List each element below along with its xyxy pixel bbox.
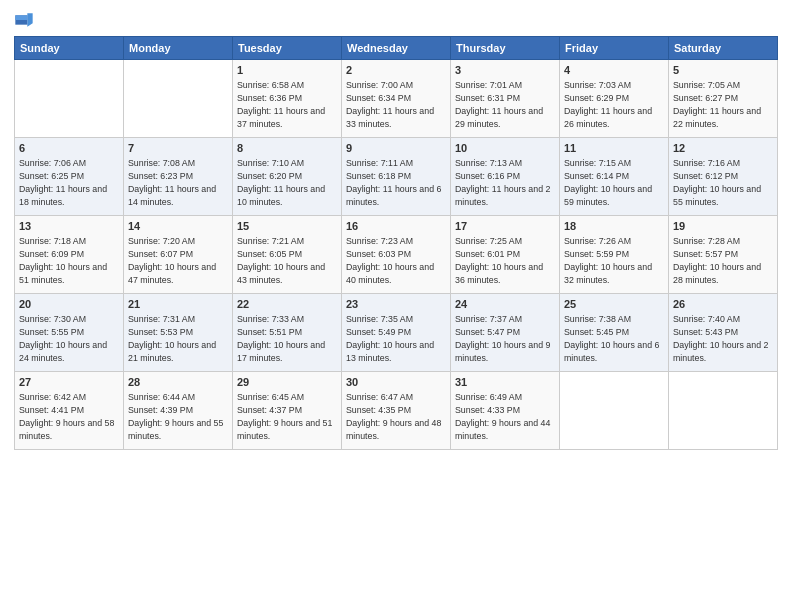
header [14,10,778,30]
day-info: Sunrise: 7:33 AM Sunset: 5:51 PM Dayligh… [237,313,337,364]
day-number: 3 [455,63,555,78]
day-info: Sunrise: 7:11 AM Sunset: 6:18 PM Dayligh… [346,157,446,208]
day-number: 22 [237,297,337,312]
day-number: 13 [19,219,119,234]
day-number: 2 [346,63,446,78]
day-number: 21 [128,297,228,312]
calendar-cell: 21Sunrise: 7:31 AM Sunset: 5:53 PM Dayli… [124,294,233,372]
calendar-table: SundayMondayTuesdayWednesdayThursdayFrid… [14,36,778,450]
logo [14,10,36,30]
calendar-cell: 10Sunrise: 7:13 AM Sunset: 6:16 PM Dayli… [451,138,560,216]
day-info: Sunrise: 7:35 AM Sunset: 5:49 PM Dayligh… [346,313,446,364]
day-number: 6 [19,141,119,156]
calendar-cell: 27Sunrise: 6:42 AM Sunset: 4:41 PM Dayli… [15,372,124,450]
day-number: 29 [237,375,337,390]
page: SundayMondayTuesdayWednesdayThursdayFrid… [0,0,792,612]
day-header-thursday: Thursday [451,37,560,60]
day-info: Sunrise: 7:37 AM Sunset: 5:47 PM Dayligh… [455,313,555,364]
day-header-wednesday: Wednesday [342,37,451,60]
day-number: 30 [346,375,446,390]
calendar-cell: 15Sunrise: 7:21 AM Sunset: 6:05 PM Dayli… [233,216,342,294]
calendar-cell: 14Sunrise: 7:20 AM Sunset: 6:07 PM Dayli… [124,216,233,294]
day-info: Sunrise: 7:26 AM Sunset: 5:59 PM Dayligh… [564,235,664,286]
day-info: Sunrise: 7:01 AM Sunset: 6:31 PM Dayligh… [455,79,555,130]
calendar-cell: 29Sunrise: 6:45 AM Sunset: 4:37 PM Dayli… [233,372,342,450]
day-info: Sunrise: 7:40 AM Sunset: 5:43 PM Dayligh… [673,313,773,364]
day-number: 24 [455,297,555,312]
day-info: Sunrise: 7:18 AM Sunset: 6:09 PM Dayligh… [19,235,119,286]
day-info: Sunrise: 7:03 AM Sunset: 6:29 PM Dayligh… [564,79,664,130]
calendar-cell: 13Sunrise: 7:18 AM Sunset: 6:09 PM Dayli… [15,216,124,294]
day-info: Sunrise: 7:10 AM Sunset: 6:20 PM Dayligh… [237,157,337,208]
calendar-cell: 23Sunrise: 7:35 AM Sunset: 5:49 PM Dayli… [342,294,451,372]
day-number: 9 [346,141,446,156]
calendar-cell: 24Sunrise: 7:37 AM Sunset: 5:47 PM Dayli… [451,294,560,372]
calendar-cell: 20Sunrise: 7:30 AM Sunset: 5:55 PM Dayli… [15,294,124,372]
calendar-header-row: SundayMondayTuesdayWednesdayThursdayFrid… [15,37,778,60]
day-info: Sunrise: 6:45 AM Sunset: 4:37 PM Dayligh… [237,391,337,442]
calendar-cell: 28Sunrise: 6:44 AM Sunset: 4:39 PM Dayli… [124,372,233,450]
day-header-monday: Monday [124,37,233,60]
day-number: 15 [237,219,337,234]
day-header-sunday: Sunday [15,37,124,60]
calendar-cell [15,60,124,138]
calendar-cell: 12Sunrise: 7:16 AM Sunset: 6:12 PM Dayli… [669,138,778,216]
day-info: Sunrise: 6:44 AM Sunset: 4:39 PM Dayligh… [128,391,228,442]
day-number: 18 [564,219,664,234]
calendar-cell: 3Sunrise: 7:01 AM Sunset: 6:31 PM Daylig… [451,60,560,138]
calendar-cell [669,372,778,450]
day-number: 7 [128,141,228,156]
day-number: 8 [237,141,337,156]
day-number: 19 [673,219,773,234]
calendar-cell [560,372,669,450]
calendar-cell: 2Sunrise: 7:00 AM Sunset: 6:34 PM Daylig… [342,60,451,138]
day-info: Sunrise: 7:13 AM Sunset: 6:16 PM Dayligh… [455,157,555,208]
svg-rect-3 [15,15,27,20]
calendar-cell: 8Sunrise: 7:10 AM Sunset: 6:20 PM Daylig… [233,138,342,216]
calendar-cell: 4Sunrise: 7:03 AM Sunset: 6:29 PM Daylig… [560,60,669,138]
day-number: 10 [455,141,555,156]
day-info: Sunrise: 7:16 AM Sunset: 6:12 PM Dayligh… [673,157,773,208]
day-number: 1 [237,63,337,78]
day-number: 26 [673,297,773,312]
day-number: 16 [346,219,446,234]
day-info: Sunrise: 7:31 AM Sunset: 5:53 PM Dayligh… [128,313,228,364]
logo-icon [14,10,34,30]
calendar-week-row: 13Sunrise: 7:18 AM Sunset: 6:09 PM Dayli… [15,216,778,294]
calendar-week-row: 6Sunrise: 7:06 AM Sunset: 6:25 PM Daylig… [15,138,778,216]
day-header-saturday: Saturday [669,37,778,60]
calendar-cell: 18Sunrise: 7:26 AM Sunset: 5:59 PM Dayli… [560,216,669,294]
day-info: Sunrise: 6:49 AM Sunset: 4:33 PM Dayligh… [455,391,555,442]
day-info: Sunrise: 7:25 AM Sunset: 6:01 PM Dayligh… [455,235,555,286]
day-info: Sunrise: 7:20 AM Sunset: 6:07 PM Dayligh… [128,235,228,286]
day-info: Sunrise: 7:21 AM Sunset: 6:05 PM Dayligh… [237,235,337,286]
day-number: 4 [564,63,664,78]
calendar-week-row: 20Sunrise: 7:30 AM Sunset: 5:55 PM Dayli… [15,294,778,372]
calendar-cell: 25Sunrise: 7:38 AM Sunset: 5:45 PM Dayli… [560,294,669,372]
calendar-cell: 1Sunrise: 6:58 AM Sunset: 6:36 PM Daylig… [233,60,342,138]
day-number: 11 [564,141,664,156]
day-number: 17 [455,219,555,234]
day-number: 5 [673,63,773,78]
day-number: 31 [455,375,555,390]
day-info: Sunrise: 7:05 AM Sunset: 6:27 PM Dayligh… [673,79,773,130]
calendar-cell: 7Sunrise: 7:08 AM Sunset: 6:23 PM Daylig… [124,138,233,216]
day-number: 12 [673,141,773,156]
day-number: 20 [19,297,119,312]
calendar-cell: 11Sunrise: 7:15 AM Sunset: 6:14 PM Dayli… [560,138,669,216]
day-info: Sunrise: 7:28 AM Sunset: 5:57 PM Dayligh… [673,235,773,286]
calendar-cell: 16Sunrise: 7:23 AM Sunset: 6:03 PM Dayli… [342,216,451,294]
day-info: Sunrise: 6:42 AM Sunset: 4:41 PM Dayligh… [19,391,119,442]
day-info: Sunrise: 7:15 AM Sunset: 6:14 PM Dayligh… [564,157,664,208]
day-info: Sunrise: 7:08 AM Sunset: 6:23 PM Dayligh… [128,157,228,208]
calendar-week-row: 27Sunrise: 6:42 AM Sunset: 4:41 PM Dayli… [15,372,778,450]
day-number: 23 [346,297,446,312]
calendar-cell: 31Sunrise: 6:49 AM Sunset: 4:33 PM Dayli… [451,372,560,450]
day-number: 28 [128,375,228,390]
day-info: Sunrise: 7:30 AM Sunset: 5:55 PM Dayligh… [19,313,119,364]
day-info: Sunrise: 7:38 AM Sunset: 5:45 PM Dayligh… [564,313,664,364]
calendar-cell: 30Sunrise: 6:47 AM Sunset: 4:35 PM Dayli… [342,372,451,450]
day-info: Sunrise: 7:00 AM Sunset: 6:34 PM Dayligh… [346,79,446,130]
day-number: 27 [19,375,119,390]
calendar-cell: 9Sunrise: 7:11 AM Sunset: 6:18 PM Daylig… [342,138,451,216]
